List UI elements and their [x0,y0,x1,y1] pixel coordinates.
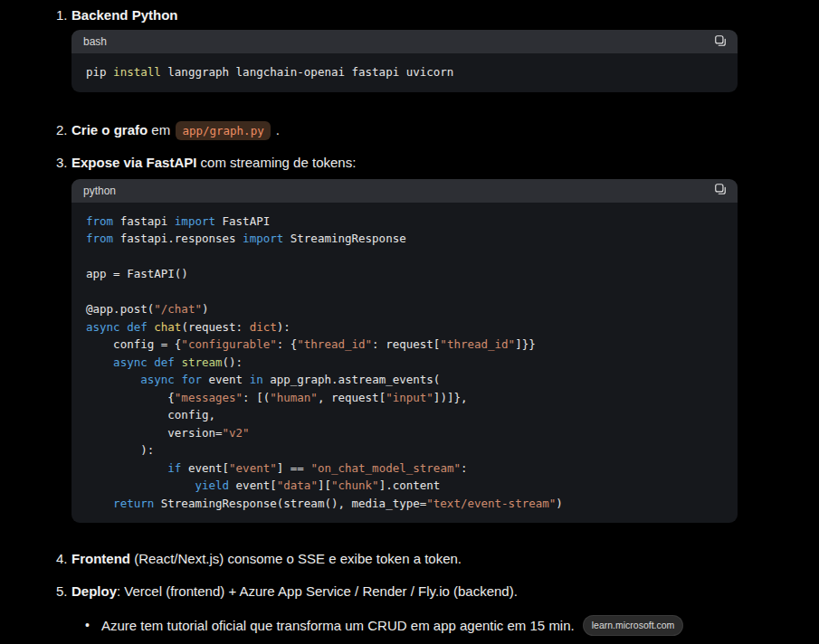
code-line: config = {"configurable": {"thread_id": … [86,336,723,354]
list-item-text: Expose via FastAPI com streaming de toke… [71,153,794,172]
code-language-label: bash [83,35,107,48]
code-line [86,248,723,266]
list-item-3: 3. Expose via FastAPI com streaming de t… [56,153,794,172]
list-item-4: 4. Frontend (React/Next.js) consome o SS… [56,549,794,568]
text-segment: . [272,122,280,137]
code-line: @app.post("/chat") [86,300,723,318]
list-item-text: Deploy: Vercel (frontend) + Azure App Se… [71,582,794,601]
copy-icon [714,183,727,198]
text-segment: em [148,122,174,137]
list-marker: 3. [56,153,71,172]
list-marker: 4. [56,549,71,568]
code-header: bash [71,30,738,53]
code-line: async for event in app_graph.astream_eve… [86,371,723,389]
text-segment: : Vercel (frontend) + Azure App Service … [117,583,518,599]
code-line: async def chat(request: dict): [86,318,723,336]
code-line: app = FastAPI() [86,265,723,283]
source-badge[interactable]: learn.microsoft.com [583,615,684,636]
code-block-python: python from fastapi import FastAPIfrom f… [71,179,738,524]
code-line: if event["event"] == "on_chat_model_stre… [86,459,723,478]
text-segment: Backend Python [71,7,178,23]
copy-button[interactable] [714,34,727,50]
code-line: async def stream(): [86,354,723,372]
list-item-text: Backend Python [71,5,794,24]
text-segment: (React/Next.js) consome o SSE e exibe to… [130,551,462,566]
code-content: pip install langgraph langchain-openai f… [71,53,738,92]
code-language-label: python [83,185,116,197]
text-segment: Frontend [71,551,130,566]
bullet-text: Azure tem tutorial oficial que transform… [101,616,575,635]
text-segment: Expose via FastAPI [71,155,196,170]
code-block-bash: bash pip install langgraph langchain-ope… [71,30,738,92]
code-line: from fastapi import FastAPI [86,213,723,231]
code-line: {"messages": [("human", request["input"]… [86,389,723,407]
assistant-message: 1. Backend Python bash pip install langg… [0,0,819,636]
text-segment: Deploy [71,583,117,599]
list-marker: 2. [56,120,71,140]
list-item-1: 1. Backend Python [56,5,794,24]
code-line: return StreamingResponse(stream(), media… [86,495,723,513]
copy-button[interactable] [714,183,727,198]
code-line: version="v2" [86,424,723,442]
list-item-text: Crie o grafo em app/graph.py . [71,120,794,140]
bullet-item: • Azure tem tutorial oficial que transfo… [56,615,794,636]
list-marker: 5. [56,582,71,601]
code-line: ): [86,441,723,459]
code-line: yield event["data"]["chunk"].content [86,477,723,495]
bullet-marker: • [85,616,101,635]
list-item-2: 2. Crie o grafo em app/graph.py . [56,120,794,140]
code-line: pip install langgraph langchain-openai f… [86,63,723,81]
text-segment: com streaming de tokens: [196,155,356,170]
code-content: from fastapi import FastAPIfrom fastapi.… [71,203,738,524]
inline-code: app/graph.py [176,121,270,140]
text-segment: Crie o grafo [71,122,148,137]
code-line [86,283,723,301]
code-header: python [71,179,738,203]
list-item-text: Frontend (React/Next.js) consome o SSE e… [71,549,794,568]
code-line: from fastapi.responses import StreamingR… [86,230,723,248]
list-marker: 1. [56,5,71,24]
code-line: config, [86,406,723,424]
copy-icon [714,34,727,50]
list-item-5: 5. Deploy: Vercel (frontend) + Azure App… [56,582,794,601]
